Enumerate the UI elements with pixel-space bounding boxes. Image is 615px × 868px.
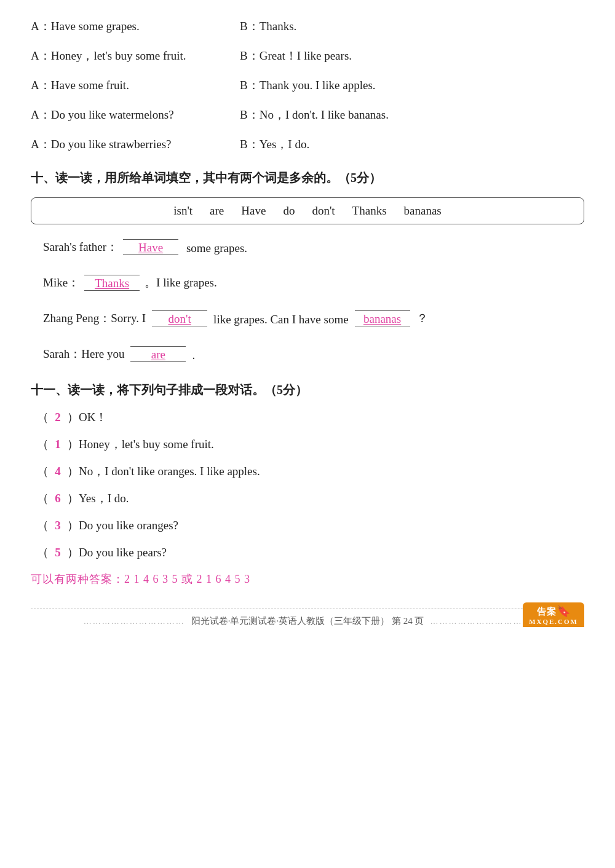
- fill-line-mike: Mike： Thanks 。I like grapes.: [43, 275, 572, 291]
- order-num-6: 5: [51, 546, 65, 559]
- fill-answer-3b: bananas: [363, 312, 401, 326]
- dialog-section: A：Have some grapes. B：Thanks. A：Honey，le…: [31, 18, 584, 152]
- order-paren-open-6: （: [37, 545, 49, 561]
- word-bananas: bananas: [404, 204, 442, 218]
- fill-section: Sarah's father： Have some grapes. Mike： …: [31, 239, 584, 362]
- fill-middle-3: like grapes. Can I have some: [213, 313, 348, 326]
- order-paren-open-5: （: [37, 518, 49, 534]
- dialog-line-3: A：Have some fruit. B：Thank you. I like a…: [31, 77, 584, 93]
- order-paren-close-5: ）Do you like oranges?: [67, 518, 178, 534]
- word-have: Have: [241, 204, 266, 218]
- order-num-2: 1: [51, 438, 65, 451]
- fill-suffix-2: 。I like grapes.: [145, 275, 217, 291]
- dialog-line-5: A：Do you like strawberries? B：Yes，I do.: [31, 136, 584, 152]
- order-paren-open-2: （: [37, 436, 49, 452]
- fill-answer-1: Have: [138, 241, 163, 254]
- order-line-6: （ 5 ）Do you like pears?: [37, 545, 578, 561]
- fill-blank-2: Thanks: [84, 275, 140, 291]
- order-num-5: 3: [51, 519, 65, 532]
- dialog-4-b: B：No，I don't. I like bananas.: [240, 107, 389, 123]
- logo-top: 告案🔖: [537, 604, 571, 618]
- order-paren-close-6: ）Do you like pears?: [67, 545, 167, 561]
- fill-blank-4: are: [130, 346, 186, 362]
- section-11: 十一、读一读，将下列句子排成一段对话。（5分） （ 2 ）OK！ （ 1 ）Ho…: [31, 382, 584, 586]
- dialog-2-a: A：Honey，let's buy some fruit.: [31, 48, 240, 64]
- logo-bot: MXQE.COM: [529, 618, 578, 625]
- order-num-3: 4: [51, 465, 65, 478]
- fill-suffix-4: .: [192, 349, 195, 362]
- fill-prefix-2: Mike：: [43, 275, 79, 291]
- word-box: isn't are Have do don't Thanks bananas: [31, 197, 584, 224]
- footer: …………………………… 阳光试卷·单元测试卷·英语人教版（三年级下册） 第 24…: [31, 609, 584, 627]
- fill-prefix-1: Sarah's father：: [43, 239, 118, 255]
- word-thanks: Thanks: [352, 204, 387, 218]
- section-11-header: 十一、读一读，将下列句子排成一段对话。（5分）: [31, 382, 584, 398]
- word-isnt: isn't: [173, 204, 192, 218]
- fill-answer-2: Thanks: [95, 277, 129, 290]
- section-10: 十、读一读，用所给单词填空，其中有两个词是多余的。（5分） isn't are …: [31, 170, 584, 362]
- logo-box: 告案🔖 MXQE.COM: [523, 602, 584, 627]
- dialog-line-1: A：Have some grapes. B：Thanks.: [31, 18, 584, 34]
- fill-suffix-3: ？: [416, 310, 428, 326]
- dialog-4-a: A：Do you like watermelons?: [31, 107, 240, 123]
- footer-dots: ……………………………: [84, 617, 185, 626]
- footer-dots-2: ……………………………: [430, 617, 531, 626]
- order-line-2: （ 1 ）Honey，let's buy some fruit.: [37, 436, 578, 452]
- dialog-3-a: A：Have some fruit.: [31, 77, 240, 93]
- answer-note: 可以有两种答案：2 1 4 6 3 5 或 2 1 6 4 5 3: [31, 572, 584, 586]
- order-num-1: 2: [51, 411, 65, 424]
- word-do: do: [283, 204, 295, 218]
- order-paren-open-4: （: [37, 491, 49, 507]
- order-section: （ 2 ）OK！ （ 1 ）Honey，let's buy some fruit…: [31, 409, 584, 561]
- order-paren-close-2: ）Honey，let's buy some fruit.: [67, 436, 214, 452]
- word-are: are: [210, 204, 224, 218]
- order-line-1: （ 2 ）OK！: [37, 409, 578, 425]
- fill-line-sarah-father: Sarah's father： Have some grapes.: [43, 239, 572, 255]
- fill-blank-1: Have: [123, 239, 178, 255]
- order-paren-open-3: （: [37, 464, 49, 479]
- dialog-5-b: B：Yes，I do.: [240, 136, 309, 152]
- dialog-1-b: B：Thanks.: [240, 18, 296, 34]
- word-dont: don't: [312, 204, 335, 218]
- fill-blank-3a: don't: [152, 310, 207, 326]
- fill-prefix-3: Zhang Peng：Sorry. I: [43, 310, 146, 326]
- order-num-4: 6: [51, 492, 65, 505]
- order-paren-close-1: ）OK！: [67, 409, 107, 425]
- dialog-1-a: A：Have some grapes.: [31, 18, 240, 34]
- order-paren-open-1: （: [37, 409, 49, 425]
- footer-text: 阳光试卷·单元测试卷·英语人教版（三年级下册） 第 24 页: [191, 615, 424, 627]
- logo-inner: 告案🔖 MXQE.COM: [529, 604, 578, 625]
- dialog-3-b: B：Thank you. I like apples.: [240, 77, 376, 93]
- fill-prefix-4: Sarah：Here you: [43, 346, 124, 362]
- dialog-2-b: B：Great！I like pears.: [240, 48, 352, 64]
- fill-line-sarah: Sarah：Here you are .: [43, 346, 572, 362]
- section-10-header: 十、读一读，用所给单词填空，其中有两个词是多余的。（5分）: [31, 170, 584, 186]
- order-line-4: （ 6 ）Yes，I do.: [37, 491, 578, 507]
- fill-suffix-1: some grapes.: [183, 242, 247, 255]
- order-line-3: （ 4 ）No，I don't like oranges. I like app…: [37, 464, 578, 479]
- dialog-5-a: A：Do you like strawberries?: [31, 136, 240, 152]
- fill-answer-4: are: [151, 348, 165, 361]
- fill-line-zhangpeng: Zhang Peng：Sorry. I don't like grapes. C…: [43, 310, 572, 326]
- fill-answer-3a: don't: [169, 312, 191, 326]
- order-paren-close-4: ）Yes，I do.: [67, 491, 129, 507]
- dialog-line-4: A：Do you like watermelons? B：No，I don't.…: [31, 107, 584, 123]
- dialog-line-2: A：Honey，let's buy some fruit. B：Great！I …: [31, 48, 584, 64]
- fill-blank-3b: bananas: [355, 310, 410, 326]
- order-paren-close-3: ）No，I don't like oranges. I like apples.: [67, 464, 260, 479]
- order-line-5: （ 3 ）Do you like oranges?: [37, 518, 578, 534]
